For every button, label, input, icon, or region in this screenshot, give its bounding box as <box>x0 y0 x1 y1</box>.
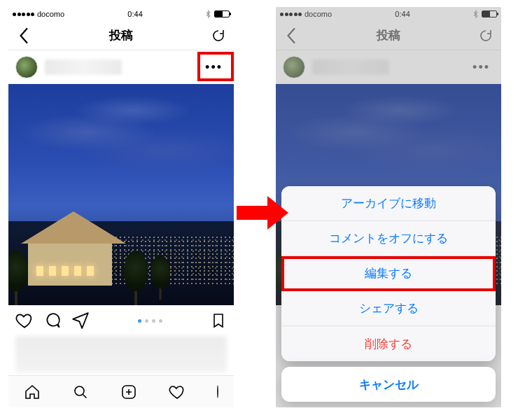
action-sheet: アーカイブに移動 コメントをオフにする 編集する シェアする 削除する キャンセ… <box>281 186 496 402</box>
pager-dot-icon <box>152 319 155 323</box>
tab-home[interactable] <box>24 384 41 400</box>
highlight-more-button <box>197 52 234 81</box>
tab-new-post[interactable] <box>120 384 137 400</box>
sheet-option-edit[interactable]: 編集する <box>281 256 496 291</box>
phone-right: docomo 0:44 投稿 ••• <box>276 7 501 407</box>
sheet-cancel-button[interactable]: キャンセル <box>281 367 496 402</box>
tab-search[interactable] <box>72 384 89 400</box>
battery-icon <box>214 10 230 18</box>
sheet-option-share[interactable]: シェアする <box>281 291 496 326</box>
clock-label: 0:44 <box>127 10 142 18</box>
signal-dots-icon <box>13 13 34 16</box>
svg-point-0 <box>75 386 84 396</box>
phone-left: docomo 0:44 投稿 ••• <box>8 7 234 407</box>
post-action-bar <box>8 305 234 336</box>
caption-redacted <box>15 336 227 372</box>
carrier-label: docomo <box>37 10 64 18</box>
username-redacted <box>45 59 122 75</box>
avatar[interactable] <box>15 56 38 78</box>
status-bar: docomo 0:44 <box>8 7 234 21</box>
post-header: ••• <box>8 50 234 84</box>
back-button[interactable] <box>14 26 34 46</box>
sheet-option-delete[interactable]: 削除する <box>281 326 496 361</box>
nav-header: 投稿 <box>8 21 234 50</box>
pager-dot-icon <box>145 319 148 323</box>
pager-dot-icon <box>138 319 141 323</box>
arrow-icon <box>237 196 290 230</box>
carousel-pager <box>138 319 162 323</box>
profile-avatar-icon <box>217 385 218 398</box>
tab-activity[interactable] <box>169 384 186 400</box>
share-button[interactable] <box>71 312 90 330</box>
tab-bar <box>8 375 234 407</box>
tab-profile[interactable] <box>217 386 218 398</box>
reload-button[interactable] <box>209 26 228 46</box>
page-title: 投稿 <box>109 27 133 43</box>
post-photo[interactable] <box>8 84 234 305</box>
bluetooth-icon <box>206 10 211 18</box>
like-button[interactable] <box>15 312 34 330</box>
bookmark-button[interactable] <box>210 312 227 329</box>
pager-dot-icon <box>159 319 162 323</box>
sheet-option-comments-off[interactable]: コメントをオフにする <box>281 221 496 256</box>
sheet-option-archive[interactable]: アーカイブに移動 <box>281 186 496 221</box>
comment-button[interactable] <box>43 312 62 330</box>
